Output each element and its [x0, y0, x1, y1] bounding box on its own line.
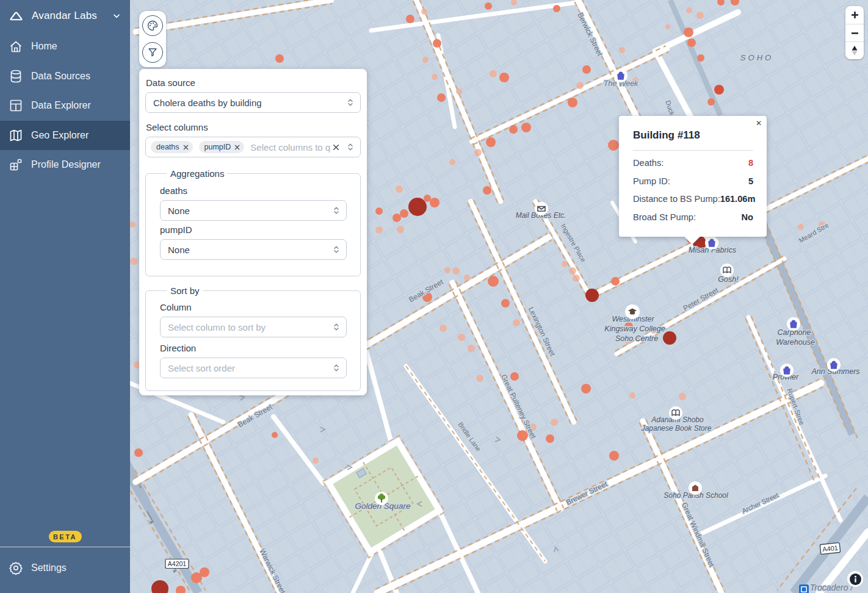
svg-text:Japanese Book Store: Japanese Book Store — [641, 424, 712, 433]
svg-text:Kingsway College: Kingsway College — [604, 325, 665, 333]
svg-text:SOHO: SOHO — [740, 53, 773, 62]
svg-text:Soho Centre: Soho Centre — [615, 334, 658, 343]
svg-text:Warehouse: Warehouse — [776, 338, 815, 347]
svg-text:Trocadero /: Trocadero / — [810, 583, 855, 592]
svg-text:A4201: A4201 — [168, 560, 187, 567]
